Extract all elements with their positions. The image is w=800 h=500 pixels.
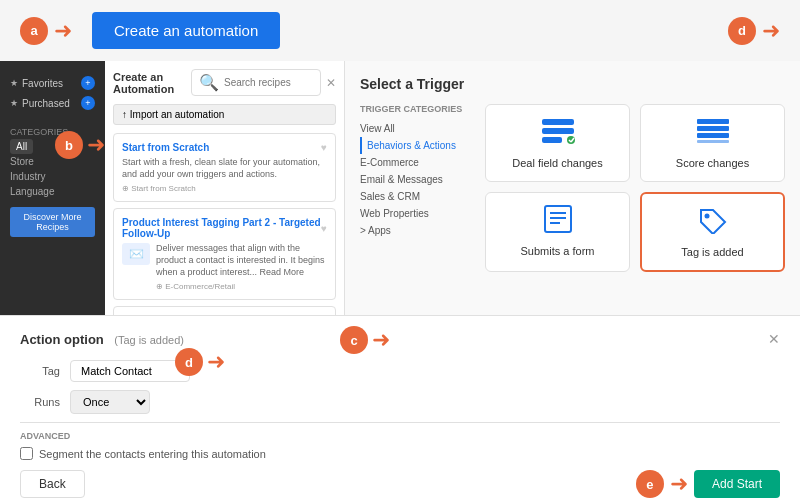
svg-point-3 [567, 136, 575, 144]
advanced-section: ADVANCED Segment the contacts entering t… [20, 422, 780, 460]
annotation-a-group: a ➜ [20, 17, 72, 45]
tag-form-row: Tag [20, 360, 780, 382]
trigger-label-score-changes: Score changes [653, 157, 772, 169]
runs-form-row: Runs Once Always [20, 390, 780, 414]
annotation-a-circle: a [20, 17, 48, 45]
import-automation-button[interactable]: ↑ Import an automation [113, 104, 336, 125]
recipe-desc-tagging: Deliver messages that align with the pro… [156, 243, 327, 278]
annotation-d-top-circle: d [728, 17, 756, 45]
action-option-subtitle: (Tag is added) [114, 334, 184, 346]
discover-recipes-button[interactable]: Discover More Recipes [10, 207, 95, 237]
annotation-b-arrow: ➜ [87, 132, 105, 158]
runs-label: Runs [20, 396, 60, 408]
recipe-card-scratch[interactable]: Start from Scratch ♥ Start with a fresh,… [113, 133, 336, 202]
svg-point-14 [704, 214, 709, 219]
svg-rect-7 [697, 126, 729, 131]
middle-panel-header: Create an Automation 🔍 ✕ [113, 69, 336, 96]
close-icon[interactable]: ✕ [326, 76, 336, 90]
annotation-c-circle: c [340, 326, 368, 354]
category-ecommerce[interactable]: E-Commerce [360, 154, 470, 171]
trigger-layout: TRIGGER CATEGORIES View All Behaviors & … [360, 104, 785, 272]
trigger-card-score-changes[interactable]: Score changes [640, 104, 785, 182]
search-icon: 🔍 [199, 73, 219, 92]
svg-rect-6 [697, 119, 729, 124]
trigger-categories: TRIGGER CATEGORIES View All Behaviors & … [360, 104, 470, 272]
svg-rect-0 [542, 119, 574, 125]
recipe-icon-tagging: ✉️ [122, 243, 150, 265]
recipe-heart-scratch: ♥ [321, 142, 327, 153]
middle-panel-title: Create an Automation [113, 71, 191, 95]
annotation-d-bottom-circle: d [175, 348, 203, 376]
sidebar-item-favorites[interactable]: ★ Favorites + [10, 73, 95, 93]
recipe-tag-tagging: ⊕ E-Commerce/Retail [156, 282, 327, 291]
segment-label: Segment the contacts entering this autom… [39, 448, 266, 460]
sidebar-item-purchased[interactable]: ★ Purchased + [10, 93, 95, 113]
recipe-desc-scratch: Start with a fresh, clean slate for your… [122, 157, 327, 180]
trigger-icon-submits-form [498, 205, 617, 239]
category-sales[interactable]: Sales & CRM [360, 188, 470, 205]
search-box: 🔍 [191, 69, 321, 96]
annotation-d-top-arrow: ➜ [762, 18, 780, 44]
category-email[interactable]: Email & Messages [360, 171, 470, 188]
favorites-badge: + [81, 76, 95, 90]
trigger-card-deal-field[interactable]: Deal field changes [485, 104, 630, 182]
recipe-title-tagging: Product Interest Tagging Part 2 - Target… [122, 217, 321, 239]
action-panel: d ➜ Action option (Tag is added) ✕ Tag R… [0, 315, 800, 500]
recipe-heart-tagging: ♥ [321, 223, 327, 234]
action-option-header: Action option (Tag is added) ✕ [20, 330, 780, 348]
category-behaviors[interactable]: Behaviors & Actions [360, 137, 470, 154]
category-apps[interactable]: > Apps [360, 222, 470, 239]
trigger-label-deal-field: Deal field changes [498, 157, 617, 169]
svg-rect-9 [697, 140, 729, 143]
trigger-card-submits-form[interactable]: Submits a form [485, 192, 630, 272]
star-icon: ★ [10, 78, 18, 88]
back-button[interactable]: Back [20, 470, 85, 498]
purchased-icon: ★ [10, 98, 18, 108]
trigger-icon-deal-field [498, 117, 617, 151]
category-view-all[interactable]: View All [360, 120, 470, 137]
action-option-title: Action option [20, 332, 104, 347]
recipe-title-scratch: Start from Scratch [122, 142, 209, 153]
annotation-c-arrow: ➜ [372, 327, 390, 353]
trigger-grid: Deal field changes Score changes [485, 104, 785, 272]
svg-rect-8 [697, 133, 729, 138]
trigger-categories-label: TRIGGER CATEGORIES [360, 104, 470, 114]
sidebar-item-all[interactable]: All [10, 139, 33, 154]
recipe-card-tagging[interactable]: Product Interest Tagging Part 2 - Target… [113, 208, 336, 300]
create-automation-button[interactable]: Create an automation [92, 12, 280, 49]
purchased-badge: + [81, 96, 95, 110]
trigger-card-tag-added[interactable]: Tag is added [640, 192, 785, 272]
trigger-label-submits-form: Submits a form [498, 245, 617, 257]
annotation-d-bottom-arrow: ➜ [207, 349, 225, 375]
action-footer: Back e ➜ Add Start [20, 470, 780, 498]
svg-rect-1 [542, 128, 574, 134]
annotation-e-circle: e [636, 470, 664, 498]
annotation-b-circle: b [55, 131, 83, 159]
tag-label: Tag [20, 365, 60, 377]
trigger-panel-title: Select a Trigger [360, 76, 785, 92]
sidebar-item-industry[interactable]: Industry [10, 169, 95, 184]
action-close-icon[interactable]: ✕ [768, 331, 780, 347]
sidebar-item-language[interactable]: Language [10, 184, 95, 199]
add-start-button[interactable]: Add Start [694, 470, 780, 498]
segment-checkbox[interactable] [20, 447, 33, 460]
runs-select[interactable]: Once Always [70, 390, 150, 414]
svg-rect-2 [542, 137, 562, 143]
trigger-icon-score-changes [653, 117, 772, 151]
recipe-tag-scratch: ⊕ Start from Scratch [122, 184, 327, 193]
segment-checkbox-row: Segment the contacts entering this autom… [20, 447, 780, 460]
tag-input[interactable] [70, 360, 190, 382]
search-input[interactable] [224, 77, 313, 88]
trigger-icon-tag-added [654, 206, 771, 240]
trigger-label-tag-added: Tag is added [654, 246, 771, 258]
annotation-e-arrow: ➜ [670, 471, 688, 497]
advanced-label: ADVANCED [20, 431, 780, 441]
category-web[interactable]: Web Properties [360, 205, 470, 222]
annotation-a-arrow: ➜ [54, 18, 72, 44]
